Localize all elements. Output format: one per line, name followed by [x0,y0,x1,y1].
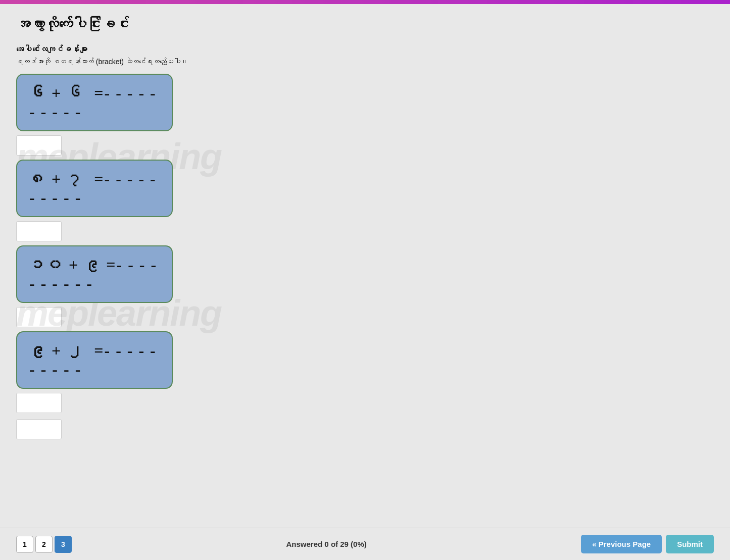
top-bar [0,0,730,4]
math-expression-2: ၈ + ၇ =- - - - - - - - - - [29,170,160,207]
page-btn-2[interactable]: 2 [35,536,53,553]
nav-buttons: « Previous Page Submit [581,535,714,553]
math-expression-1: ၆ + ၆ =- - - - - - - - - - [29,84,160,121]
footer: 1 2 3 Answered 0 of 29 (0%) « Previous P… [0,528,730,560]
question-block-4: ၉ + ၂ =- - - - - - - - - - [16,331,714,389]
question-block-3: ၁၀ + ၉ =- - - - - - - - - - [16,245,714,303]
previous-page-button[interactable]: « Previous Page [581,535,662,553]
answer-input-2[interactable] [16,221,62,241]
answer-input-3[interactable] [16,307,62,327]
math-card-3: ၁၀ + ၉ =- - - - - - - - - - [16,245,173,303]
pagination: 1 2 3 [16,536,72,553]
answer-input-4[interactable] [16,393,62,413]
math-card-1: ၆ + ၆ =- - - - - - - - - - [16,74,173,131]
question-block-1: ၆ + ၆ =- - - - - - - - - - [16,74,714,131]
answer-input-5[interactable] [16,419,62,439]
page-title: အလွာားလိုက်ပေါင်းခြင်း [16,16,714,33]
page-btn-1[interactable]: 1 [16,536,33,553]
section-label: အပေါင်းလေကျင်ခန်းများ [16,45,714,54]
page-btn-3[interactable]: 3 [55,536,72,553]
math-expression-3: ၁၀ + ၉ =- - - - - - - - - - [29,256,160,293]
math-card-2: ၈ + ၇ =- - - - - - - - - - [16,160,173,217]
answer-input-1[interactable] [16,135,62,156]
instruction-text: ရလဒ်မာားကို စတရန်းကာက် (bracket) ထဲတင်ရေ… [16,58,714,66]
status-text: Answered 0 of 29 (0%) [286,540,367,548]
question-block-2: ၈ + ၇ =- - - - - - - - - - [16,160,714,217]
submit-button[interactable]: Submit [666,535,714,553]
math-expression-4: ၉ + ၂ =- - - - - - - - - - [29,341,160,379]
math-card-4: ၉ + ၂ =- - - - - - - - - - [16,331,173,389]
